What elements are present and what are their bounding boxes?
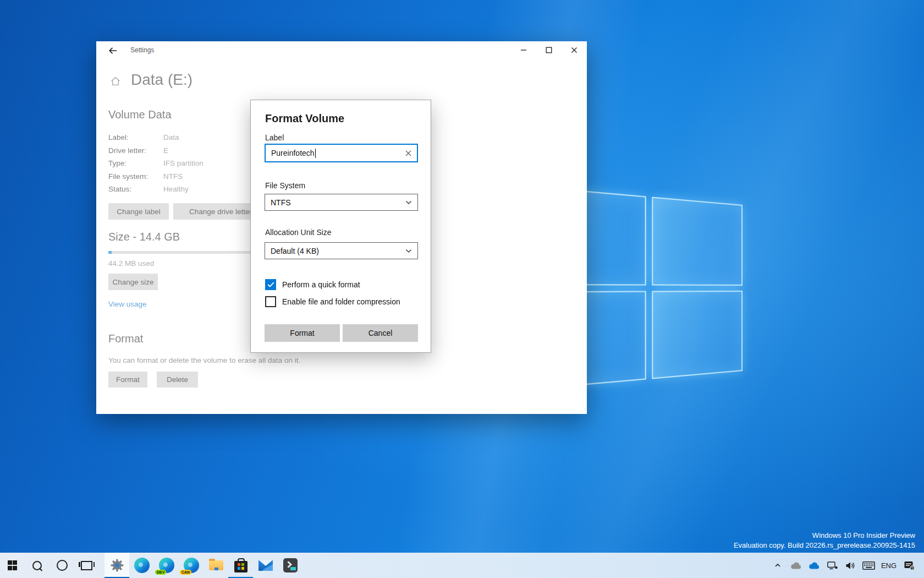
keyboard-icon xyxy=(862,561,875,570)
watermark-line1: Windows 10 Pro Insider Preview xyxy=(734,531,915,541)
system-tray: ENG xyxy=(771,553,924,578)
quick-format-label: Perform a quick format xyxy=(282,280,360,289)
cloud-gray-icon xyxy=(790,561,802,570)
windows-start-icon xyxy=(8,560,18,570)
clear-text-button[interactable] xyxy=(405,150,411,156)
network-icon xyxy=(827,561,838,570)
screen: Windows 10 Pro Insider Preview Evaluatio… xyxy=(0,0,924,578)
back-button[interactable] xyxy=(104,44,122,57)
show-hidden-icons-button[interactable] xyxy=(771,553,785,578)
allocation-unit-size-label: Allocation Unit Size xyxy=(265,228,332,237)
taskbar: DEV CAN xyxy=(0,553,924,578)
compression-checkbox[interactable] xyxy=(265,296,276,307)
task-view-button[interactable] xyxy=(74,553,99,578)
terminal-taskbar-button[interactable] xyxy=(278,553,302,578)
dialog-title: Format Volume xyxy=(265,112,344,125)
file-system-dropdown[interactable]: NTFS xyxy=(265,194,418,211)
action-center-button[interactable] xyxy=(902,553,916,578)
file-explorer-taskbar-button[interactable] xyxy=(204,553,228,578)
edge-icon xyxy=(134,558,150,573)
mail-taskbar-button[interactable] xyxy=(253,553,278,578)
settings-taskbar-button[interactable] xyxy=(105,553,129,578)
windows-logo-pane xyxy=(652,197,743,285)
label-field-label: Label xyxy=(265,133,284,142)
terminal-icon xyxy=(283,558,298,572)
task-view-icon xyxy=(81,561,92,570)
back-icon xyxy=(108,47,118,54)
microsoft-store-icon xyxy=(234,561,248,572)
window-title: Settings xyxy=(130,46,154,54)
cortana-icon xyxy=(57,560,68,571)
touch-keyboard-tray-button[interactable] xyxy=(861,553,876,578)
title-bar: Settings xyxy=(96,41,587,59)
edge-taskbar-button[interactable] xyxy=(129,553,154,578)
gear-icon xyxy=(110,558,124,572)
onedrive-business-tray-button[interactable] xyxy=(807,553,821,578)
mail-icon xyxy=(258,560,273,571)
dialog-cancel-button[interactable]: Cancel xyxy=(343,324,418,342)
speaker-icon xyxy=(845,561,856,570)
watermark-line2: Evaluation copy. Build 20226.rs_prerelea… xyxy=(734,541,915,550)
compression-checkbox-row: Enable file and folder compression xyxy=(265,296,400,307)
maximize-icon xyxy=(546,47,552,53)
minimize-button[interactable] xyxy=(511,41,536,59)
quick-format-checkbox-row: Perform a quick format xyxy=(265,279,360,290)
language-indicator[interactable]: ENG xyxy=(879,553,898,578)
label-input-value: Pureinfotech xyxy=(271,149,315,157)
action-center-icon xyxy=(904,560,915,571)
edge-dev-taskbar-button[interactable]: DEV xyxy=(154,553,179,578)
minimize-icon xyxy=(520,47,527,53)
onedrive-personal-tray-button[interactable] xyxy=(789,553,803,578)
file-system-value: NTFS xyxy=(271,198,291,207)
network-tray-button[interactable] xyxy=(825,553,839,578)
caption-buttons xyxy=(511,41,587,59)
chevron-down-icon xyxy=(405,249,412,253)
allocation-unit-size-dropdown[interactable]: Default (4 KB) xyxy=(265,242,418,259)
cloud-blue-icon xyxy=(808,561,820,570)
text-caret xyxy=(315,149,316,158)
close-icon xyxy=(571,47,578,53)
edge-dev-badge: DEV xyxy=(155,570,166,575)
build-watermark: Windows 10 Pro Insider Preview Evaluatio… xyxy=(734,531,915,550)
maximize-button[interactable] xyxy=(536,41,562,59)
search-icon xyxy=(32,561,42,570)
edge-canary-badge: CAN xyxy=(180,570,191,575)
store-taskbar-button[interactable] xyxy=(228,553,253,578)
compression-label: Enable file and folder compression xyxy=(282,297,400,306)
allocation-unit-size-value: Default (4 KB) xyxy=(271,247,319,255)
volume-tray-button[interactable] xyxy=(843,553,857,578)
edge-canary-taskbar-button[interactable]: CAN xyxy=(179,553,204,578)
close-button[interactable] xyxy=(562,41,587,59)
label-input[interactable]: Pureinfotech xyxy=(265,144,418,162)
chevron-up-icon xyxy=(773,561,782,570)
format-volume-dialog: Format Volume Label Pureinfotech File Sy… xyxy=(250,100,431,353)
windows-logo-pane xyxy=(652,291,743,379)
quick-format-checkbox[interactable] xyxy=(265,279,276,290)
cortana-button[interactable] xyxy=(50,553,74,578)
file-system-label: File System xyxy=(265,181,305,190)
file-explorer-icon xyxy=(209,560,223,570)
chevron-down-icon xyxy=(405,200,412,205)
start-button[interactable] xyxy=(0,553,25,578)
search-button[interactable] xyxy=(25,553,50,578)
dialog-format-button[interactable]: Format xyxy=(265,324,340,342)
